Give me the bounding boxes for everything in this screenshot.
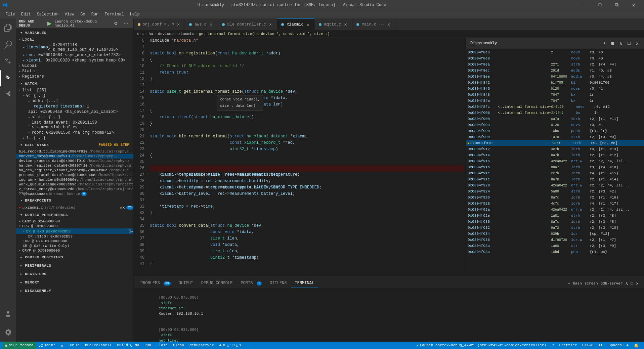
var-timestamp[interactable]: ▸ timestamp : 0x20011118 <_k_mem_slab_bu… (16, 42, 133, 52)
prjconf-close[interactable]: ✕ (176, 21, 181, 28)
panel-minimize-icon[interactable]: ∧ (626, 281, 628, 286)
menu-run[interactable]: Run (89, 11, 101, 17)
status-sync[interactable]: ↻ (58, 342, 66, 349)
minimize-button[interactable]: ─ (575, 0, 591, 10)
tab-output[interactable]: OUTPUT (175, 279, 197, 288)
status-language[interactable]: C (549, 342, 557, 349)
disasm-row[interactable]: 0x0804f92e 1a81 strh r2, [r3, #8] (466, 213, 644, 219)
disasm-row[interactable]: 0x0804f936 d1f80720 ldr.w r2, [r1, #7] (466, 237, 644, 243)
bc-devices[interactable]: devices (158, 32, 173, 36)
maximize-button[interactable]: □ (592, 0, 608, 10)
disasm-row[interactable]: 0x0804f934 039b ldr [sp, #12] (466, 231, 644, 237)
disasm-row[interactable]: 0x0804f920 42ea0422 orr.w r2, r2, r4, ls… (466, 182, 644, 188)
disasm-row[interactable]: 0x0804f908 ca7a ldrb r2, [r1, #11] (466, 116, 644, 122)
watch-section-header[interactable]: ▾ WATCH (16, 79, 133, 88)
crc-peripheral[interactable]: ▾ CRC @ 0x40023000 (16, 224, 133, 228)
status-spaces[interactable]: Spaces: 4 (606, 342, 631, 349)
cr-peripheral[interactable]: CR @ 0x8 (Write Only) (16, 244, 133, 248)
tab-main[interactable]: main.c ··· ✕ (352, 18, 396, 30)
disasm-row[interactable]: 0x0804f910 9871 strb r0, [r3, #6] (466, 140, 644, 146)
disasm-maximize-icon[interactable]: □ (626, 40, 632, 47)
disasm-row[interactable]: 0x0804f92a 42ea0422 orr.w r2, r2, r4, ls… (466, 207, 644, 213)
frame-ipc-work[interactable]: ipc_work_handler@0x080080ec /home/lucas/… (16, 177, 133, 182)
disasm-row[interactable]: 0x0804f90a 0120 movs r0, #1 (466, 122, 644, 128)
tab-prjconf[interactable]: prj.conf 9+, M ✕ (134, 18, 185, 30)
disassembly-sidebar-header[interactable]: ▸ DISASSEMBLY (16, 287, 133, 295)
disasm-row[interactable]: 0x0804f906 <..internal_format_size+2> 70… (466, 110, 644, 116)
status-prettier[interactable]: Prettier (557, 342, 580, 349)
watch-0-stats[interactable]: ▸ stats: {...} (16, 115, 133, 120)
activity-run-debug[interactable] (0, 70, 16, 86)
activity-accounts[interactable] (0, 306, 16, 322)
disasm-row[interactable]: 0x0804f8ea 2271 strb r2, [r4, #4] (466, 61, 644, 68)
disasm-row[interactable]: 0x0804f912 4c7b ldrb r4, [r1, #13] (466, 146, 644, 152)
disasm-row[interactable]: 0x0804f8e6 2 movs r3, #0 (466, 49, 644, 55)
frame-unknown[interactable]: ??@0xaaaaaaaa Unknown Source 0 (16, 191, 133, 196)
watch-list[interactable]: ▾ list: [25] (16, 88, 133, 93)
idr-peripheral[interactable]: IDR @ 0x4 0x00000000 (16, 239, 133, 244)
disasm-row[interactable]: 0x0804f93a 1a60 str r2, [r3, #0] (466, 243, 644, 249)
frame-work-queue[interactable]: work_queue_main@0x0803eb9c /home/lucas/z… (16, 182, 133, 187)
activity-search[interactable] (0, 37, 16, 53)
tab-terminal[interactable]: TERMINAL (291, 279, 318, 288)
tab-aws[interactable]: aws.c ✕ (185, 18, 218, 30)
code-editor[interactable]: 6 7 8 9 10 11 12 13 14 15 16 17 18 19 20… (134, 38, 466, 276)
tab-ports[interactable]: PORTS 1 (237, 279, 266, 288)
ble-close[interactable]: ✕ (268, 21, 273, 28)
panel-close-icon[interactable]: ✕ (636, 281, 639, 286)
disasm-row[interactable]: 0x0804f8fc <..internal_format_size+0> 0c… (466, 104, 644, 110)
cortex-peripherals-header[interactable]: ▾ CORTEX PERIPHERALS (16, 211, 133, 219)
var-rec[interactable]: ▸ rec : 0x20010684 <sys_work_q_stack+173… (16, 52, 133, 58)
status-flash[interactable]: Flash (154, 342, 170, 349)
status-nucleo-shell[interactable]: nucleo+shell (82, 342, 114, 349)
status-branch[interactable]: ⎇ main* (36, 342, 58, 349)
gdb-server-label[interactable]: gdb-server (601, 281, 623, 286)
local-group[interactable]: ▾ Local (16, 37, 133, 42)
more-button[interactable]: ⋯ (121, 19, 131, 27)
disasm-minimize-icon[interactable]: ∧ (618, 40, 624, 47)
status-ssh[interactable]: ⊡ SSH: fedora (3, 342, 36, 349)
breakpoints-section-header[interactable]: ▾ BREAKPOINTS (16, 196, 133, 205)
main-close[interactable]: ✕ (386, 21, 391, 28)
activity-explorer[interactable] (0, 20, 16, 36)
can2-peripheral[interactable]: ▸ CAN2 @ 0x40006800 (16, 219, 133, 224)
frame-process-xiaomi[interactable]: process_xiaomi_dataframe@0x080080a0 /hom… (16, 173, 133, 177)
menu-file[interactable]: File (3, 11, 18, 17)
dr-bits[interactable]: DR [31:0] 0x8c702b53 (16, 234, 133, 239)
watch-1[interactable]: ▸ 1: {...} (16, 135, 133, 141)
status-notifications[interactable]: 🔔 (631, 342, 641, 349)
bc-func[interactable]: get_internal_format_size(ha_device *, co… (199, 32, 330, 36)
activity-source-control[interactable] (0, 53, 16, 70)
disasm-row[interactable]: 0x0804f91c cc7b ldrb r4, [r1, #15] (466, 170, 644, 176)
aws-close[interactable]: ✕ (209, 21, 213, 28)
disasm-add-icon[interactable]: + (602, 40, 607, 47)
disasm-row[interactable]: 0x0804f928 4c7c ldrb r4, [r1, #17] (466, 201, 644, 207)
activity-extensions[interactable] (0, 87, 16, 103)
menu-go[interactable]: Go (78, 11, 88, 17)
menu-terminal[interactable]: Terminal (102, 11, 127, 17)
disasm-row[interactable]: 0x0804f914 0a7b ldrb r2, [r1, #12] (466, 152, 644, 158)
menu-edit[interactable]: Edit (18, 11, 34, 17)
frame-ha-dev-reg[interactable]: ha_dev_register_data@0x00807f10 /home/lu… (16, 163, 133, 168)
menu-help[interactable]: Help (127, 11, 142, 17)
mqttc-close[interactable]: ✕ (343, 21, 348, 28)
code-content[interactable]: #include "ha/data.h" static bool on_regi… (147, 38, 466, 276)
peripherals-section-header[interactable]: ▸ PERIPHERALS (16, 261, 133, 270)
disasm-row[interactable]: 0x0804f8ec 291d adds r1, r5, #8 (466, 68, 644, 74)
disassembly-content[interactable]: 0x0804f8e6 2 movs r3, #0 0x0804f8e8 movs… (466, 49, 644, 276)
status-build-qemu[interactable]: Build QEMU (114, 342, 142, 349)
disasm-row[interactable]: 0x0804f916 42ea0422 orr.w r2, r2, r4, ls… (466, 158, 644, 164)
menu-view[interactable]: View (62, 11, 77, 17)
disasm-row[interactable]: 0x0804f926 0a7c ldrb r2, [r1, #16] (466, 194, 644, 201)
menu-selection[interactable]: Selection (34, 11, 61, 17)
dr-copy-icon[interactable]: ⎘ (129, 229, 131, 234)
frame-ha-dev-xiaomi[interactable]: ha_dev_register_xiaomi_record@0x0804f96a… (16, 168, 133, 173)
bash-label[interactable]: bash (573, 281, 582, 286)
tab-mqttc[interactable]: mqttc.c ✕ (315, 18, 352, 30)
tab-ble-controller[interactable]: ble_controller.c ✕ (218, 18, 277, 30)
watch-0-room[interactable]: ▸ room: 0x2000155c <ha_cfg_rooms+12> (16, 130, 133, 135)
watch-0-last-data-event[interactable]: ▸ last_data_event: 0x20011130 <_k_mem_sl… (16, 120, 133, 130)
disasm-row[interactable]: 0x0804f932 9a72 strb r2, [r3, #10] (466, 225, 644, 231)
tab-gitlens[interactable]: GITLENS (266, 279, 291, 288)
status-eol[interactable]: LF (596, 342, 606, 349)
